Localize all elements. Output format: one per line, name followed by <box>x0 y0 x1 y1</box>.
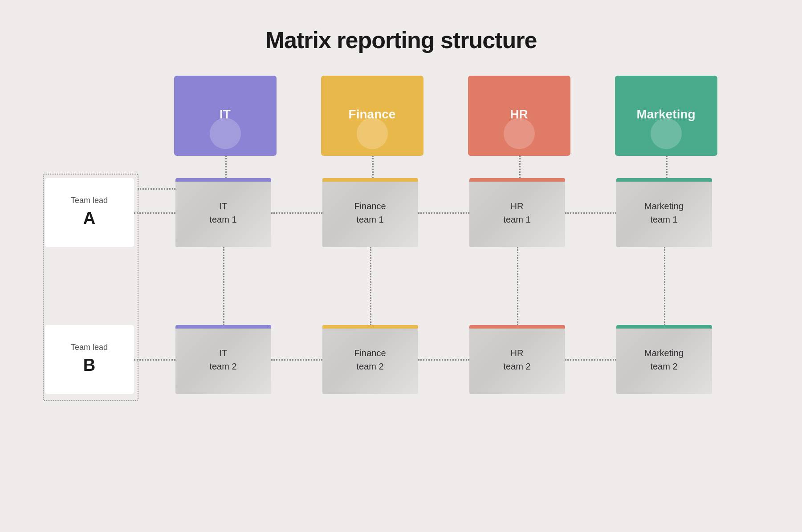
team-cell-marketing-1: Marketing team 1 <box>616 178 712 247</box>
diagram-container: IT Finance HR Marketing Team lead A Team… <box>23 76 780 499</box>
team-cell-inner-hr-1: HR team 1 <box>469 178 565 247</box>
bar-marketing-2 <box>616 325 712 329</box>
vline-hr-dept <box>519 156 521 178</box>
vline-hr-rows <box>517 247 518 325</box>
team-cell-hr-1: HR team 1 <box>469 178 565 247</box>
team-cell-text-marketing-1: Marketing team 1 <box>644 199 684 226</box>
tc-marketing-1-line2: team 1 <box>650 215 677 224</box>
bar-it-2 <box>175 325 271 329</box>
lead-b-letter: B <box>83 353 95 377</box>
hline-lead-a-it-1 <box>134 212 175 214</box>
team-cell-inner-it-2: IT team 2 <box>175 325 271 394</box>
team-cell-finance-1: Finance team 1 <box>322 178 418 247</box>
lead-box-b: Team lead B <box>45 325 134 394</box>
dept-avatar-hr <box>504 118 535 149</box>
tc-hr-2-line2: team 2 <box>503 361 530 371</box>
team-cell-inner-hr-2: HR team 2 <box>469 325 565 394</box>
dept-box-marketing: Marketing <box>615 76 717 156</box>
vline-marketing-rows <box>664 247 665 325</box>
lead-box-a: Team lead A <box>45 178 134 247</box>
bar-hr-1 <box>469 178 565 182</box>
tc-marketing-1-line1: Marketing <box>644 201 684 211</box>
dept-avatar-marketing <box>651 118 682 149</box>
vline-marketing-dept <box>666 156 668 178</box>
tc-finance-2-line1: Finance <box>354 348 386 358</box>
lead-a-label: Team lead <box>71 195 108 206</box>
bar-finance-2 <box>322 325 418 329</box>
hline-finance2-hr2 <box>418 359 469 361</box>
tc-it-2-line2: team 2 <box>209 361 236 371</box>
hline-hr2-marketing2 <box>565 359 616 361</box>
team-cell-text-finance-1: Finance team 1 <box>354 199 386 226</box>
bar-hr-2 <box>469 325 565 329</box>
team-cell-text-hr-1: HR team 1 <box>503 199 530 226</box>
team-cell-text-it-1: IT team 1 <box>209 199 236 226</box>
team-cell-text-it-2: IT team 2 <box>209 346 236 373</box>
vline-finance-rows <box>370 247 371 325</box>
team-cell-inner-finance-2: Finance team 2 <box>322 325 418 394</box>
tc-it-1-line1: IT <box>219 201 227 211</box>
tc-hr-2-line1: HR <box>511 348 524 358</box>
team-cell-inner-it-1: IT team 1 <box>175 178 271 247</box>
bar-marketing-1 <box>616 178 712 182</box>
team-cell-it-2: IT team 2 <box>175 325 271 394</box>
hline-finance1-hr1 <box>418 212 469 214</box>
vline-it-rows <box>223 247 224 325</box>
lead-b-label: Team lead <box>71 342 108 353</box>
tc-it-1-line2: team 1 <box>209 215 236 224</box>
hline-lead-b-it-2 <box>134 359 175 361</box>
dept-avatar-it <box>210 118 241 149</box>
tc-marketing-2-line1: Marketing <box>644 348 684 358</box>
team-cell-text-finance-2: Finance team 2 <box>354 346 386 373</box>
tc-it-2-line1: IT <box>219 348 227 358</box>
vline-finance-dept <box>372 156 374 178</box>
team-cell-it-1: IT team 1 <box>175 178 271 247</box>
page-title: Matrix reporting structure <box>0 0 802 76</box>
team-cell-text-marketing-2: Marketing team 2 <box>644 346 684 373</box>
team-cell-hr-2: HR team 2 <box>469 325 565 394</box>
tc-finance-1-line1: Finance <box>354 201 386 211</box>
hline-it1-finance1 <box>271 212 322 214</box>
team-cell-finance-2: Finance team 2 <box>322 325 418 394</box>
tc-marketing-2-line2: team 2 <box>650 361 677 371</box>
hline-hr1-marketing1 <box>565 212 616 214</box>
dept-avatar-finance <box>357 118 388 149</box>
bar-it-1 <box>175 178 271 182</box>
vline-it-dept <box>225 156 227 178</box>
tc-hr-1-line1: HR <box>511 201 524 211</box>
dept-box-it: IT <box>174 76 277 156</box>
tc-finance-2-line2: team 2 <box>356 361 383 371</box>
dept-box-hr: HR <box>468 76 570 156</box>
hline-lead-border-top <box>138 188 175 190</box>
team-cell-text-hr-2: HR team 2 <box>503 346 530 373</box>
tc-finance-1-line2: team 1 <box>356 215 383 224</box>
tc-hr-1-line2: team 1 <box>503 215 530 224</box>
team-cell-marketing-2: Marketing team 2 <box>616 325 712 394</box>
dept-box-finance: Finance <box>321 76 423 156</box>
team-cell-inner-finance-1: Finance team 1 <box>322 178 418 247</box>
hline-it2-finance2 <box>271 359 322 361</box>
lead-a-letter: A <box>83 207 95 230</box>
bar-finance-1 <box>322 178 418 182</box>
team-cell-inner-marketing-1: Marketing team 1 <box>616 178 712 247</box>
team-cell-inner-marketing-2: Marketing team 2 <box>616 325 712 394</box>
